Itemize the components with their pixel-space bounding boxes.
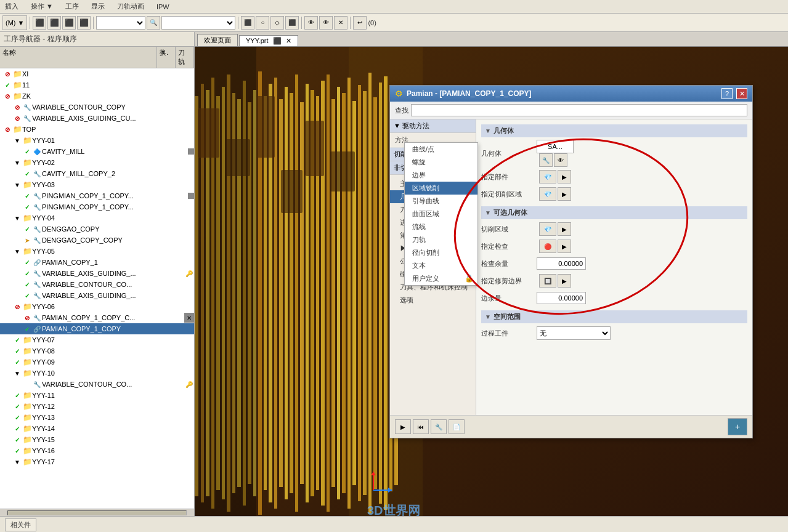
- dropdown-item-radial[interactable]: 径向切削: [405, 246, 477, 259]
- tree-item-yyy07[interactable]: ✓ 📁 YYY-07: [0, 334, 194, 345]
- menu-display[interactable]: 显示: [89, 1, 107, 12]
- dropdown-item-curve[interactable]: 曲线/点: [405, 143, 477, 156]
- specify-check-btn1[interactable]: 🔴: [539, 240, 556, 253]
- menu-m[interactable]: (M) ▼: [2, 15, 27, 30]
- tree-item-zk[interactable]: ⊘ 📁 ZK: [0, 91, 194, 102]
- tab-welcome[interactable]: 欢迎页面: [197, 34, 238, 46]
- tree-item-pam1[interactable]: ✓ 🔗 PAMIAN_COPY_1: [0, 257, 194, 268]
- tree-item-var-axis[interactable]: ⊘ 🔧 VARIABLE_AXIS_GUIDING_CU...: [0, 113, 194, 124]
- section-header-geo[interactable]: ▼ 几何体: [481, 124, 747, 137]
- tree-item-11[interactable]: ✓ 📁 11: [0, 79, 194, 91]
- process-wp-select[interactable]: 无: [537, 326, 611, 340]
- menu-process[interactable]: 工序: [63, 1, 81, 12]
- related-button[interactable]: 相关件: [5, 518, 36, 531]
- geo-select[interactable]: SA...: [537, 140, 574, 153]
- ok-button[interactable]: +: [728, 418, 747, 435]
- dropdown-item-toolpath[interactable]: 刀轨: [405, 233, 477, 246]
- tree-item-yyy08[interactable]: ✓ 📁 YYY-08: [0, 345, 194, 357]
- tree-item-yyy13[interactable]: ✓ 📁 YYY-13: [0, 412, 194, 423]
- tree-item-yyy15[interactable]: ✓ 📁 YYY-15: [0, 434, 194, 445]
- dropdown-item-guide-curve[interactable]: 引导曲线: [405, 195, 477, 208]
- menu-toolpath-anim[interactable]: 刀轨动画: [115, 1, 147, 12]
- tb-icon7[interactable]: ◇: [270, 16, 284, 30]
- tree-item-vcc2[interactable]: 🔧 VARIABLE_CONTOUR_CO... 🔑: [0, 379, 194, 390]
- menu-ipw[interactable]: IPW: [154, 2, 172, 11]
- tree-item-dg2[interactable]: ➤ 🔧 DENGGAO_COPY_COPY: [0, 235, 194, 246]
- edge-allowance-input[interactable]: [537, 292, 586, 304]
- cut-region-btn2[interactable]: ▶: [558, 222, 571, 236]
- specify-part-btn2[interactable]: ▶: [558, 170, 571, 183]
- tree-item-yyy04[interactable]: ▼ 📁 YYY-04: [0, 212, 194, 224]
- tree-item-pm1[interactable]: ✓ 🔧 PINGMIAN_COPY_1_COPY...: [0, 190, 194, 201]
- tree-item-yyy11[interactable]: ✓ 📁 YYY-11: [0, 390, 194, 401]
- tree-item-yyy01[interactable]: ▼ 📁 YYY-01: [0, 135, 194, 146]
- tree-item-cavity-mill[interactable]: ✓ 🔷 CAVITY_MILL: [0, 146, 194, 157]
- tree-item-cm-copy2[interactable]: ✓ 🔧 CAVITY_MILL_COPY_2: [0, 168, 194, 179]
- tb-icon2[interactable]: ⬛: [47, 16, 61, 30]
- geo-edit-btn[interactable]: 🔧: [539, 153, 553, 167]
- bottom-btn4[interactable]: 📄: [449, 419, 465, 434]
- tree-item-dg[interactable]: ✓ 🔧 DENGGAO_COPY: [0, 224, 194, 235]
- specify-cut-btn2[interactable]: ▶: [558, 187, 571, 201]
- tab-close[interactable]: ✕: [286, 37, 291, 44]
- scroll-track[interactable]: [7, 510, 187, 515]
- check-allowance-input[interactable]: [537, 257, 586, 270]
- dropdown-item-spiral[interactable]: 螺旋: [405, 156, 477, 169]
- dropdown-item-area-mill[interactable]: 区域铣削: [405, 182, 477, 195]
- tb-icon-eye[interactable]: 👁: [304, 16, 318, 30]
- tree-item-pm2[interactable]: ✓ 🔧 PINGMIAN_COPY_1_COPY...: [0, 201, 194, 212]
- tree-item-yyy05[interactable]: ▼ 📁 YYY-05: [0, 246, 194, 257]
- tab-file[interactable]: YYY.prt ⬛ ✕: [239, 35, 298, 46]
- tree-item-pam-cc[interactable]: ⊘ 🔧 PAMIAN_COPY_1_COPY_C... ✕: [0, 312, 194, 323]
- specify-part-btn1[interactable]: 💎: [539, 170, 556, 183]
- section-header-optional[interactable]: ▼ 可选几何体: [481, 206, 747, 219]
- tb-icon8[interactable]: ⬛: [285, 16, 299, 30]
- dialog-close-button[interactable]: ✕: [736, 88, 747, 99]
- trim-btn2[interactable]: ▶: [558, 274, 571, 288]
- tree-item-var-contour[interactable]: ⊘ 🔧 VARIABLE_CONTOUR_COPY: [0, 102, 194, 113]
- specify-cut-btn1[interactable]: 💎: [539, 187, 556, 201]
- tb-icon-x[interactable]: ✕: [334, 16, 347, 30]
- search-input[interactable]: [411, 104, 747, 116]
- tree-item-pam-copy-selected[interactable]: ✓ 🔗 PAMIAN_COPY_1_COPY: [0, 323, 194, 334]
- dropdown-item-text[interactable]: 文本: [405, 259, 477, 272]
- tree-item-yyy03[interactable]: ▼ 📁 YYY-03: [0, 179, 194, 190]
- dropdown-item-surface-area[interactable]: 曲面区域: [405, 208, 477, 220]
- tree-item-vcc[interactable]: ✓ 🔧 VARIABLE_CONTOUR_CO...: [0, 279, 194, 290]
- dropdown-item-flow[interactable]: 流线: [405, 220, 477, 233]
- tb-filter[interactable]: 🔍: [147, 16, 160, 30]
- trim-btn1[interactable]: 🔲: [539, 274, 556, 288]
- workpiece-dropdown[interactable]: 仅在工作部件内: [161, 16, 235, 30]
- toolpath-dropdown[interactable]: 刀轨: [96, 16, 145, 30]
- specify-check-btn2[interactable]: ▶: [558, 240, 571, 253]
- tb-icon1[interactable]: ⬛: [33, 16, 46, 30]
- horizontal-scrollbar[interactable]: [0, 509, 194, 516]
- dialog-help-button[interactable]: ?: [721, 88, 733, 99]
- tree-item-yyy16[interactable]: ✓ 📁 YYY-16: [0, 445, 194, 456]
- tree-item-vag3[interactable]: ✓ 🔧 VARIABLE_AXIS_GUIDING_...: [0, 290, 194, 301]
- tree-item-xi[interactable]: ⊘ 📁 XI: [0, 68, 194, 79]
- geo-eye-btn[interactable]: 👁: [554, 153, 567, 167]
- tree-item-yyy17[interactable]: ▼ 📁 YYY-17: [0, 456, 194, 467]
- menu-insert[interactable]: 插入: [2, 1, 21, 12]
- tree-item-yyy10[interactable]: ▼ 📁 YYY-10: [0, 368, 194, 379]
- bottom-btn2[interactable]: ⏮: [413, 419, 429, 434]
- tree-item-yyy12[interactable]: ✓ 📁 YYY-12: [0, 401, 194, 412]
- tb-icon5[interactable]: ⬛: [241, 16, 254, 30]
- cut-region-btn1[interactable]: 💎: [539, 222, 556, 236]
- dropdown-item-border[interactable]: 边界: [405, 169, 477, 182]
- tree-item-yyy14[interactable]: ✓ 📁 YYY-14: [0, 423, 194, 434]
- tree-item-vag2[interactable]: ✓ 🔧 VARIABLE_AXIS_GUIDING_... 🔑: [0, 268, 194, 279]
- tb-icon6[interactable]: ○: [256, 16, 269, 30]
- tb-icon-eye2[interactable]: 👁: [319, 16, 333, 30]
- tb-icon4[interactable]: ⬛: [77, 16, 91, 30]
- tb-icon-arrow[interactable]: ↩: [353, 16, 367, 30]
- tree-item-yyy02[interactable]: ▼ 📁 YYY-02: [0, 157, 194, 168]
- section-header-spatial[interactable]: ▼ 空间范围: [481, 310, 747, 323]
- bottom-btn3[interactable]: 🔧: [431, 419, 447, 434]
- bottom-btn1[interactable]: ▶: [395, 419, 411, 434]
- tree-item-yyy09[interactable]: ✓ 📁 YYY-09: [0, 357, 194, 368]
- tree-item-yyy06[interactable]: ⊘ 📁 YYY-06: [0, 301, 194, 312]
- nav-section-drive[interactable]: ▼ 驱动方法: [390, 119, 476, 133]
- menu-operation[interactable]: 操作 ▼: [28, 1, 55, 12]
